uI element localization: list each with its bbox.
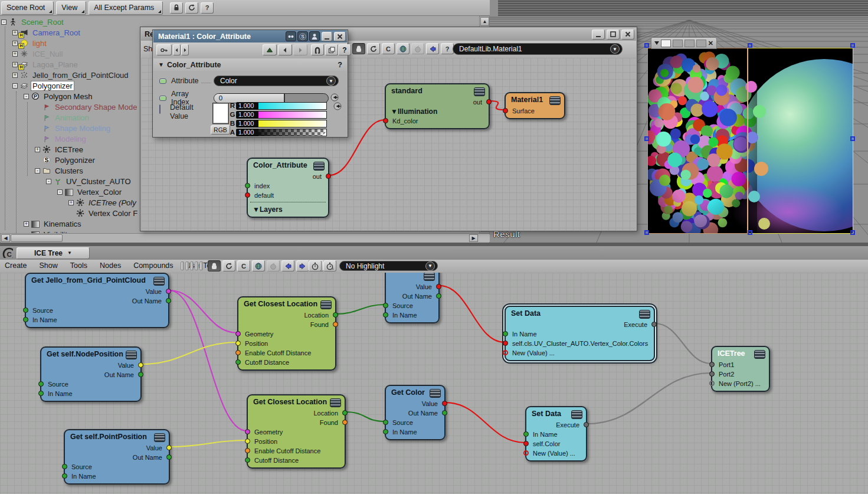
- ice-operator-icon[interactable]: C: [2, 247, 13, 260]
- port-cutoff-distance[interactable]: [235, 359, 241, 365]
- selection-handle[interactable]: [850, 136, 855, 141]
- port-in-name[interactable]: [38, 391, 44, 396]
- node-set-data-top[interactable]: Set DataExecuteIn Nameself.cls.UV_Cluste…: [505, 306, 655, 361]
- key-icon[interactable]: [156, 44, 172, 55]
- apple-icon[interactable]: [411, 43, 424, 54]
- port-out[interactable]: [486, 99, 492, 104]
- expand-icon[interactable]: +: [12, 41, 18, 46]
- port-out-name[interactable]: [166, 298, 171, 303]
- help-icon[interactable]: ?: [338, 61, 342, 69]
- tree-item-polygonizer[interactable]: SPolygonizer: [35, 155, 96, 165]
- expand-icon[interactable]: +: [12, 30, 18, 35]
- port-cutoff-distance[interactable]: [245, 457, 250, 463]
- port-default[interactable]: [245, 192, 250, 198]
- channel-value[interactable]: 1.000: [236, 129, 258, 136]
- arrow-left-icon[interactable]: [426, 43, 439, 54]
- minimize-icon[interactable]: [322, 32, 332, 41]
- user-icon[interactable]: [309, 31, 320, 41]
- expand-icon[interactable]: +: [12, 73, 18, 78]
- port-enable-cutoff-distance[interactable]: [245, 448, 250, 453]
- ice-graph-canvas[interactable]: Get Jello_from_Grid_PointCloudValueOut N…: [0, 273, 868, 494]
- port-new-value-[interactable]: [523, 450, 529, 456]
- expand-icon[interactable]: +: [35, 147, 40, 152]
- port-position[interactable]: [245, 439, 250, 444]
- tree-item-light[interactable]: +Hlight: [12, 38, 48, 48]
- tree-item-polygonizer[interactable]: -Polygonizer: [12, 80, 74, 91]
- menu-compounds[interactable]: Compounds: [133, 261, 173, 270]
- port-new-port2-[interactable]: [709, 381, 715, 386]
- refresh-icon[interactable]: [222, 260, 235, 271]
- keyframe-icon[interactable]: [286, 31, 296, 41]
- refresh-icon[interactable]: [185, 2, 198, 14]
- lock-icon[interactable]: [352, 43, 365, 54]
- port-source[interactable]: [383, 420, 388, 425]
- tree-item-uv-cluster-auto[interactable]: -UV_Cluster_AUTO: [46, 176, 132, 187]
- view-mode-active-button[interactable]: [661, 40, 671, 47]
- selection-handle[interactable]: [748, 230, 752, 235]
- menu-nodes[interactable]: Nodes: [100, 261, 121, 270]
- tree-item-modeling[interactable]: Modeling: [35, 133, 87, 144]
- attribute-dropdown[interactable]: Color ▼: [214, 76, 339, 86]
- highlight-selector[interactable]: No Highlight ▼: [339, 261, 438, 271]
- selection-handle[interactable]: [644, 136, 649, 141]
- port-new-value-[interactable]: [503, 350, 508, 355]
- selection-handle[interactable]: [850, 230, 855, 235]
- expand-icon[interactable]: +: [24, 221, 29, 227]
- node-get-self-pointposition[interactable]: Get self.PointPositionValueOut NameSourc…: [64, 429, 170, 485]
- node-color-attribute[interactable]: Color_Attributeoutindexdefault▼Layers: [247, 158, 329, 218]
- node-section-label[interactable]: ▼Layers: [248, 205, 328, 214]
- navigate-back-icon[interactable]: [278, 44, 292, 55]
- port-out[interactable]: [326, 174, 331, 179]
- node-menu-icon[interactable]: [754, 350, 765, 359]
- port-value[interactable]: [166, 445, 172, 450]
- node-menu-icon[interactable]: [330, 398, 341, 407]
- node-material1[interactable]: Material1Surface: [505, 92, 565, 119]
- channel-value[interactable]: 1.000: [236, 111, 258, 119]
- collapse-icon[interactable]: -: [35, 168, 40, 174]
- collapse-icon[interactable]: -: [57, 189, 63, 195]
- collapse-icon[interactable]: -: [12, 83, 18, 89]
- minimize-icon[interactable]: [592, 30, 605, 40]
- port-out-name[interactable]: [436, 293, 441, 299]
- collapse-icon[interactable]: -: [1, 19, 6, 25]
- node-menu-icon[interactable]: [639, 310, 650, 319]
- port-source[interactable]: [23, 307, 28, 313]
- tree-item-scene-root[interactable]: -Scene_Root: [1, 17, 65, 27]
- port-found[interactable]: [333, 322, 338, 327]
- node-menu-icon[interactable]: [153, 277, 165, 286]
- property-editor-titlebar[interactable]: Material1 : Color_Attribute S: [153, 30, 347, 42]
- animatable-led-icon[interactable]: [159, 78, 166, 84]
- channel-slider[interactable]: [258, 111, 327, 119]
- tree-item-shape-modeling[interactable]: Shape Modeling: [35, 123, 112, 133]
- port-in-name[interactable]: [503, 331, 508, 336]
- maximize-icon[interactable]: [607, 30, 620, 40]
- view-mode-button[interactable]: [696, 40, 706, 47]
- tree-item-icetree[interactable]: +ICETree: [35, 144, 84, 155]
- collapse-icon[interactable]: -: [46, 179, 51, 184]
- node-icetree[interactable]: ICETreePort1Port2New (Port2) ...: [711, 346, 770, 392]
- refresh-icon[interactable]: [367, 43, 380, 54]
- node-get-closest-location-top[interactable]: Get Closest LocationLocationFoundGeometr…: [237, 296, 336, 371]
- node-get-jello[interactable]: Get Jello_from_Grid_PointCloudValueOut N…: [25, 273, 169, 328]
- channel-slider[interactable]: [258, 129, 327, 136]
- close-icon[interactable]: [621, 30, 634, 40]
- node-menu-icon[interactable]: [154, 433, 165, 442]
- view-menu-button[interactable]: View: [56, 1, 86, 15]
- color-attribute-section-header[interactable]: ▼ Color_Attribute ?: [153, 58, 347, 71]
- explorer-hscrollbar[interactable]: ◀ ▶: [0, 233, 490, 243]
- menu-show[interactable]: Show: [40, 261, 58, 270]
- arrow-left-icon[interactable]: [281, 260, 294, 271]
- stopwatch-icon[interactable]: [309, 260, 322, 271]
- node-get-closest-location-bottom[interactable]: Get Closest LocationLocationFoundGeometr…: [247, 394, 346, 469]
- node-standard[interactable]: standardout▼IlluminationKd_color: [385, 83, 490, 129]
- port-in-name[interactable]: [23, 317, 28, 322]
- scroll-left-icon[interactable]: ◀: [1, 234, 10, 242]
- tree-item-clusters[interactable]: -Clusters: [35, 165, 84, 176]
- port-index[interactable]: [245, 183, 250, 188]
- node-section-label[interactable]: ▼Illumination: [386, 107, 489, 116]
- node-menu-icon[interactable]: [571, 410, 582, 419]
- tree-item-kinematics[interactable]: +Kinematics: [24, 218, 83, 229]
- port-location[interactable]: [342, 410, 348, 416]
- node-set-data-bottom[interactable]: Set DataExecuteIn Nameself.ColorNew (Val…: [525, 406, 587, 462]
- port-found[interactable]: [342, 420, 348, 425]
